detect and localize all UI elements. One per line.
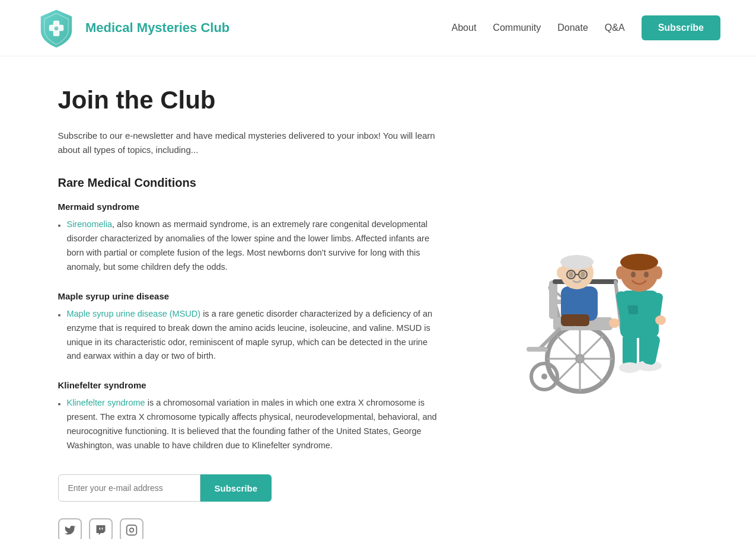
sirenomelia-link[interactable]: Sirenomelia [66, 219, 112, 229]
nav-about[interactable]: About [452, 23, 477, 33]
klinefelter-link[interactable]: Klinefelter syndrome [66, 398, 145, 407]
section-title: Rare Medical Conditions [58, 176, 438, 190]
bullet-maple: ▪ [58, 308, 61, 364]
email-form: Subscribe [58, 474, 438, 502]
instagram-icon[interactable] [120, 518, 143, 539]
condition-item-mermaid: ▪ Sirenomelia, also known as mermaid syn… [58, 218, 438, 275]
twitch-icon[interactable] [89, 518, 113, 539]
svg-point-31 [569, 272, 573, 278]
svg-line-14 [557, 359, 580, 382]
intro-text: Subscribe to our e-newsletter and have m… [58, 129, 438, 157]
svg-point-47 [655, 315, 666, 325]
svg-line-13 [580, 336, 603, 359]
logo-text: Medical Mysteries Club [85, 20, 229, 36]
twitter-icon[interactable] [58, 518, 82, 539]
social-icons [58, 518, 438, 539]
svg-point-16 [541, 374, 547, 379]
condition-klinefelter: Klinefelter syndrome ▪ Klinefelter syndr… [58, 380, 438, 453]
svg-line-12 [580, 359, 603, 382]
bullet-mermaid: ▪ [58, 219, 61, 275]
svg-rect-23 [527, 347, 548, 352]
condition-name-klinefelter: Klinefelter syndrome [58, 380, 438, 390]
svg-point-49 [620, 254, 658, 270]
svg-point-53 [654, 266, 662, 279]
svg-point-50 [631, 272, 636, 278]
svg-point-36 [557, 267, 565, 279]
nav-qa[interactable]: Q&A [605, 23, 625, 33]
nav-community[interactable]: Community [493, 23, 541, 33]
nav-donate[interactable]: Donate [557, 23, 588, 33]
sidebar-illustration [473, 86, 698, 539]
main-content: Join the Club Subscribe to our e-newslet… [58, 86, 438, 539]
logo-icon [36, 7, 77, 49]
bullet-klinefelter: ▪ [58, 397, 61, 453]
svg-point-30 [560, 255, 594, 269]
svg-point-51 [644, 272, 649, 278]
condition-text-mermaid: Sirenomelia, also known as mermaid syndr… [66, 218, 437, 275]
condition-text-klinefelter: Klinefelter syndrome is a chromosomal va… [66, 396, 437, 453]
condition-item-klinefelter: ▪ Klinefelter syndrome is a chromosomal … [58, 396, 438, 453]
svg-rect-39 [623, 334, 637, 366]
logo-link[interactable]: Medical Mysteries Club [36, 7, 229, 49]
condition-name-maple: Maple syrup urine disease [58, 291, 438, 301]
condition-item-maple: ▪ Maple syrup urine disease (MSUD) is a … [58, 307, 438, 364]
medical-illustration [473, 145, 698, 394]
svg-point-32 [580, 272, 585, 278]
email-input[interactable] [58, 474, 200, 502]
condition-text-maple: Maple syrup urine disease (MSUD) is a ra… [66, 307, 437, 364]
page-title: Join the Club [58, 86, 438, 114]
svg-point-46 [609, 318, 620, 328]
svg-rect-28 [573, 314, 589, 326]
svg-rect-3 [126, 525, 136, 535]
svg-point-52 [616, 266, 624, 279]
email-subscribe-button[interactable]: Subscribe [200, 474, 272, 502]
msud-link[interactable]: Maple syrup urine disease (MSUD) [66, 309, 200, 318]
main-nav: About Community Donate Q&A Subscribe [452, 15, 720, 40]
svg-line-11 [557, 336, 580, 359]
mermaid-desc: , also known as mermaid syndrome, is an … [66, 219, 429, 272]
header-subscribe-button[interactable]: Subscribe [642, 15, 720, 40]
condition-name-mermaid: Mermaid syndrome [58, 202, 438, 212]
svg-point-2 [55, 26, 59, 30]
condition-maple: Maple syrup urine disease ▪ Maple syrup … [58, 291, 438, 364]
condition-mermaid: Mermaid syndrome ▪ Sirenomelia, also kno… [58, 202, 438, 275]
